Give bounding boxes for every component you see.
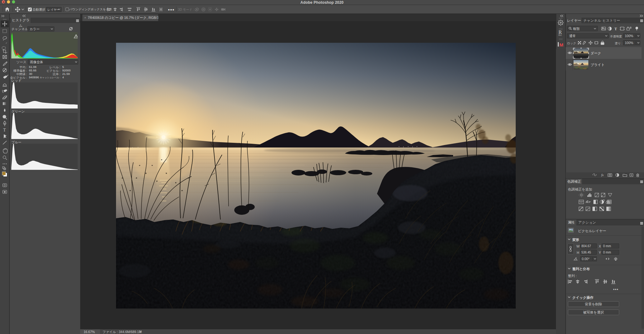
svg-text:PRO: PRO [558, 34, 562, 36]
svg-text:M: M [559, 42, 564, 47]
svg-text:T: T [3, 128, 6, 132]
svg-text:fx: fx [601, 173, 604, 177]
svg-text:T: T [614, 27, 617, 31]
